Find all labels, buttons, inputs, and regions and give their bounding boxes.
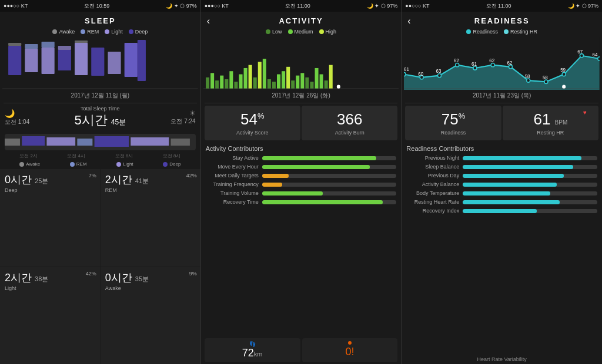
resting-hr-val: 61 (533, 110, 550, 128)
contributor-prev-night: Previous Night (406, 155, 597, 161)
status-bar: ●●●○○ KT 오전 10:59 🌙 ✦ ⬡ 97% ●●●○○ KT 오전 … (0, 0, 602, 12)
light-pct: 42% (86, 271, 96, 277)
legend-medium: Medium (288, 29, 313, 35)
move-hour-fill (262, 165, 370, 169)
stage-awake-label: Awake (26, 161, 40, 167)
svg-rect-48 (319, 75, 323, 89)
legend-rem: REM (81, 29, 99, 35)
high-dot (319, 29, 324, 34)
readiness-contributors-title: Readiness Contributors (406, 145, 597, 152)
status-panel-readiness: ●●○○○ KT 오전 11:00 🌙 ✦ ⬡ 97% (402, 0, 602, 12)
recovery-time-name: Recovery Time (206, 199, 259, 205)
svg-rect-19 (77, 139, 92, 146)
svg-rect-24 (206, 77, 209, 89)
total-sleep-time: 5시간 45분 (74, 112, 126, 129)
svg-rect-46 (310, 82, 313, 89)
prev-night-track (463, 156, 597, 160)
readiness-chart: 61 60 63 62 61 62 62 58 58 59 67 64 (404, 37, 600, 90)
svg-point-51 (336, 85, 340, 89)
sleep-chart (2, 37, 198, 90)
svg-rect-10 (75, 41, 88, 43)
svg-rect-26 (215, 80, 219, 89)
svg-rect-5 (42, 48, 55, 74)
training-freq-fill (262, 183, 282, 187)
sleep-start-time: 오전 1:04 (5, 118, 29, 126)
activity-burn-number: 366 (305, 110, 394, 129)
status-panel-sleep: ●●●○○ KT 오전 10:59 🌙 ✦ ⬡ 97% (0, 0, 201, 12)
contributor-training-freq: Training Frequency (206, 181, 397, 187)
readiness-panel: ‹ READINESS Readiness Resting HR (402, 12, 602, 364)
light-label: Light (5, 285, 95, 291)
stage-awake: Awake (19, 161, 40, 167)
contributor-resting-hr: Resting Heart Rate (406, 199, 597, 205)
legend-light: Light (105, 29, 123, 35)
light-min: 38분 (35, 275, 48, 282)
score-row: 54% Activity Score 366 Activity Burn (201, 103, 402, 143)
low-label: Low (272, 29, 282, 35)
stat-rem: 42% 2시간 41분 REM (101, 169, 200, 267)
svg-rect-13 (125, 43, 138, 77)
training-vol-name: Training Volume (206, 190, 259, 196)
svg-rect-11 (91, 48, 104, 76)
svg-rect-25 (210, 73, 214, 88)
prev-day-name: Previous Day (406, 173, 459, 178)
readiness-date: 2017년 11월 23일 (목) (402, 90, 602, 103)
svg-rect-1 (8, 46, 21, 75)
moon-icon: 🌙 (5, 109, 29, 118)
high-label: High (326, 29, 337, 35)
activity-burn-value: 366 (337, 110, 362, 128)
training-vol-fill (262, 191, 323, 196)
sleep-date: 2017년 12월 11일 (월) (0, 90, 200, 103)
deep-dot (129, 29, 133, 34)
resting-hr-contrib-fill (463, 200, 560, 204)
contributor-recovery-index: Recovery Index (406, 208, 597, 214)
stat-awake: 9% 0시간 35분 Awake (101, 267, 200, 365)
readiness-label: Readiness (473, 29, 498, 35)
legend-low: Low (266, 29, 282, 35)
sleep-total-section: 🌙 오전 1:04 Total Sleep Time 5시간 45분 ☀ 오전 … (0, 103, 200, 133)
resting-hr-unit: BPM (555, 119, 568, 126)
svg-rect-32 (243, 68, 247, 89)
activity-balance-name: Activity Balance (406, 181, 459, 187)
svg-rect-41 (286, 67, 290, 89)
awake-value: 0시간 35분 (105, 271, 196, 285)
readiness-score-val: 75 (442, 110, 459, 128)
stage-rem-label: REM (76, 161, 87, 167)
activity-chart (203, 37, 399, 90)
svg-point-79 (563, 85, 566, 89)
sleep-stats-grid: 7% 0시간 25분 Deep 42% 2시간 41분 REM 42% 2시간 (0, 169, 200, 364)
deep-hours: 0시간 (5, 174, 32, 186)
activity-balance-track (463, 183, 597, 187)
prev-day-track (463, 174, 597, 178)
meet-daily-track (262, 174, 397, 178)
activity-balance-fill (463, 183, 557, 187)
svg-text:64: 64 (593, 52, 598, 58)
stage-light-label: Light (123, 161, 133, 167)
sleep-hours: 5시간 (74, 113, 107, 127)
svg-text:67: 67 (578, 49, 583, 54)
svg-rect-38 (272, 82, 276, 89)
awake-label: Awake (105, 285, 196, 291)
time-8am: 오전 8시 (163, 153, 181, 159)
readiness-back[interactable]: ‹ (407, 16, 410, 26)
activity-score-number: 54% (208, 110, 297, 129)
rem-value: 2시간 41분 (105, 173, 196, 187)
low-dot (266, 29, 270, 34)
steps-box: 👣 72km (205, 338, 300, 362)
training-freq-name: Training Frequency (206, 181, 259, 187)
stat-light: 42% 2시간 38분 Light (0, 267, 100, 365)
sleep-panel: SLEEP Awake REM Light Deep (0, 12, 201, 364)
svg-rect-7 (58, 50, 71, 70)
svg-text:60: 60 (419, 71, 424, 76)
signal-strength-act: ●●●○○ KT (205, 3, 229, 9)
sleep-stage-legend: Awake REM Light Deep (5, 160, 196, 169)
svg-rect-33 (248, 65, 252, 89)
activity-score-box: 54% Activity Score (205, 106, 300, 140)
sleep-end-section: ☀ 오전 7:24 (170, 109, 195, 126)
panels-container: SLEEP Awake REM Light Deep (0, 12, 602, 364)
activity-score-label: Activity Score (208, 130, 297, 136)
time-2am: 오전 2시 (19, 153, 38, 159)
timeline-svg (5, 134, 196, 150)
activity-back[interactable]: ‹ (207, 16, 210, 26)
stage-awake-dot (19, 162, 24, 167)
